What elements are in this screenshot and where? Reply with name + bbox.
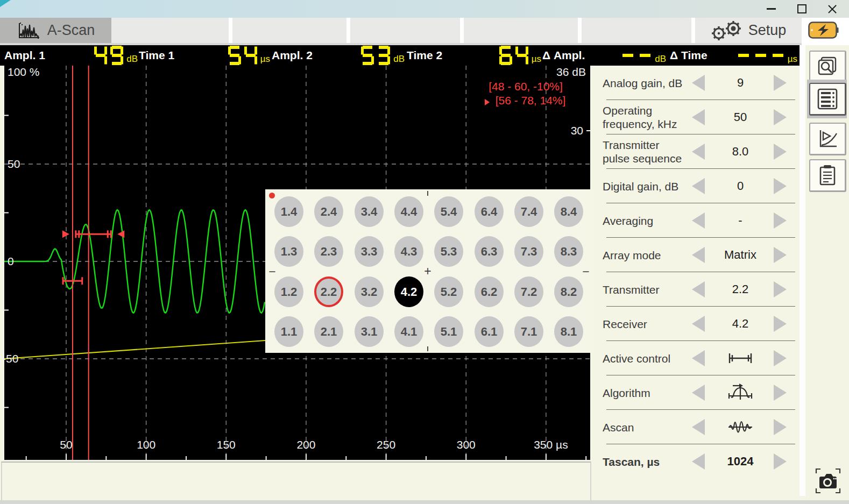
array-element-4.4[interactable]: 4.4 xyxy=(394,196,423,227)
algorithm-increase-button[interactable] xyxy=(774,385,787,401)
array-element-5.1[interactable]: 5.1 xyxy=(434,316,463,347)
array-element-3.1[interactable]: 3.1 xyxy=(355,316,384,347)
measurement-label-delta-ampl: Δ Ampl. xyxy=(542,49,585,62)
measurement-value-delta-ampl: dB xyxy=(620,46,666,65)
ascan-view-value xyxy=(709,410,772,444)
measurement-label-time-2: Time 2 xyxy=(407,49,442,62)
receiver-increase-button[interactable] xyxy=(774,316,787,332)
array-element-8.1[interactable]: 8.1 xyxy=(554,316,583,347)
digital-gain-decrease-button[interactable] xyxy=(692,178,705,194)
annotation-bullet xyxy=(485,99,490,105)
measurement-unit-delta-ampl: dB xyxy=(655,54,666,65)
svg-text:250: 250 xyxy=(377,438,395,451)
operating-frequency-decrease-button[interactable] xyxy=(692,109,705,125)
active-control-increase-button[interactable] xyxy=(774,350,787,366)
sidebar-row-receiver: Receiver4.2 xyxy=(592,307,800,341)
array-element-2.4[interactable]: 2.4 xyxy=(314,196,343,227)
array-element-3.4[interactable]: 3.4 xyxy=(355,196,384,227)
analog-gain-increase-button[interactable] xyxy=(774,75,787,91)
array-element-1.1[interactable]: 1.1 xyxy=(274,316,303,347)
array-element-8.2[interactable]: 8.2 xyxy=(554,276,583,307)
ascan-view-increase-button[interactable] xyxy=(774,419,787,435)
array-element-6.1[interactable]: 6.1 xyxy=(475,316,504,347)
settings-panel: Analog gain, dB9Operating frequency, kHz… xyxy=(592,66,800,500)
transmitter-decrease-button[interactable] xyxy=(692,281,705,297)
array-element-1.3[interactable]: 1.3 xyxy=(274,236,303,267)
receiver-decrease-button[interactable] xyxy=(692,316,705,332)
window-bottom-edge xyxy=(0,500,849,504)
array-element-2.1[interactable]: 2.1 xyxy=(314,316,343,347)
y-axis-top-label: 100 % xyxy=(8,66,40,78)
screenshot-camera-button[interactable] xyxy=(815,468,841,494)
array-element-4.3[interactable]: 4.3 xyxy=(394,236,423,267)
array-element-2.2[interactable]: 2.2 xyxy=(314,276,343,307)
array-element-8.4[interactable]: 8.4 xyxy=(554,196,583,227)
active-control-decrease-button[interactable] xyxy=(692,350,705,366)
array-mode-decrease-button[interactable] xyxy=(692,247,705,263)
close-icon xyxy=(827,4,837,14)
array-element-6.2[interactable]: 6.2 xyxy=(475,276,504,307)
preview-button[interactable] xyxy=(809,51,846,83)
minimize-button[interactable] xyxy=(763,0,779,18)
popup-plus-center[interactable]: + xyxy=(424,264,431,279)
magnifier-pages-icon xyxy=(816,56,839,77)
analog-gain-label: Analog gain, dB xyxy=(603,76,682,90)
array-element-4.2[interactable]: 4.2 xyxy=(394,276,423,307)
ascan-view-decrease-button[interactable] xyxy=(692,419,705,435)
measurement-ampl-1: Ampl. 1dB xyxy=(4,45,138,66)
operating-frequency-increase-button[interactable] xyxy=(774,109,787,125)
array-element-7.3[interactable]: 7.3 xyxy=(514,236,543,267)
digital-gain-increase-button[interactable] xyxy=(774,178,787,194)
measurement-label-ampl-1: Ampl. 1 xyxy=(4,49,45,62)
array-element-1.2[interactable]: 1.2 xyxy=(274,276,303,307)
array-element-5.3[interactable]: 5.3 xyxy=(434,236,463,267)
array-element-3.3[interactable]: 3.3 xyxy=(355,236,384,267)
tascan-increase-button[interactable] xyxy=(774,453,787,470)
array-mode-increase-button[interactable] xyxy=(774,247,787,263)
array-element-7.1[interactable]: 7.1 xyxy=(514,316,543,347)
gate-annotation-1: [48 - 60, -10%] xyxy=(489,80,563,93)
settings-list-button[interactable] xyxy=(809,83,846,116)
tab-a-scan[interactable]: A-Scan xyxy=(0,18,111,43)
gate-2 xyxy=(62,230,124,238)
digital-gain-value: 0 xyxy=(709,169,772,203)
close-button[interactable] xyxy=(824,0,840,18)
signal-view-button[interactable] xyxy=(809,123,846,155)
popup-minus-right[interactable]: − xyxy=(582,265,589,279)
clipboard-icon xyxy=(817,164,838,187)
active-control-value xyxy=(709,341,772,375)
analog-gain-decrease-button[interactable] xyxy=(692,75,705,91)
array-element-1.4[interactable]: 1.4 xyxy=(274,196,303,227)
active-control-label: Active control xyxy=(603,352,670,365)
array-element-3.2[interactable]: 3.2 xyxy=(355,276,384,307)
array-element-4.1[interactable]: 4.1 xyxy=(394,316,423,347)
array-element-7.4[interactable]: 7.4 xyxy=(514,196,543,227)
averaging-decrease-button[interactable] xyxy=(692,212,705,229)
array-element-7.2[interactable]: 7.2 xyxy=(514,276,543,307)
right-toolbar xyxy=(805,45,849,500)
pulse-sequence-increase-button[interactable] xyxy=(774,144,787,160)
measurement-unit-ampl-1: dB xyxy=(126,54,138,65)
maximize-button[interactable] xyxy=(794,0,810,18)
array-matrix-popup[interactable]: − + − 1.42.43.44.45.46.47.48.41.32.33.34… xyxy=(265,189,590,353)
array-element-5.4[interactable]: 5.4 xyxy=(434,196,463,227)
array-element-6.3[interactable]: 6.3 xyxy=(475,236,504,267)
popup-minus-left[interactable]: − xyxy=(268,265,275,279)
setup-button[interactable]: Setup xyxy=(695,18,801,43)
algorithm-decrease-button[interactable] xyxy=(692,385,705,401)
tascan-decrease-button[interactable] xyxy=(692,453,705,470)
array-element-2.3[interactable]: 2.3 xyxy=(314,236,343,267)
algorithm-value xyxy=(709,375,772,410)
array-element-8.3[interactable]: 8.3 xyxy=(554,236,583,267)
array-element-5.2[interactable]: 5.2 xyxy=(434,276,463,307)
sidebar-row-ascan-view: Ascan xyxy=(592,410,800,444)
battery-charging-icon xyxy=(808,22,839,41)
svg-text:-50: -50 xyxy=(2,352,18,365)
array-element-6.4[interactable]: 6.4 xyxy=(475,196,504,227)
averaging-increase-button[interactable] xyxy=(774,212,787,229)
averaging-label: Averaging xyxy=(603,214,653,228)
transmitter-increase-button[interactable] xyxy=(774,281,787,297)
array-mode-value: Matrix xyxy=(709,238,772,272)
pulse-sequence-decrease-button[interactable] xyxy=(692,144,705,160)
report-clipboard-button[interactable] xyxy=(809,159,846,192)
